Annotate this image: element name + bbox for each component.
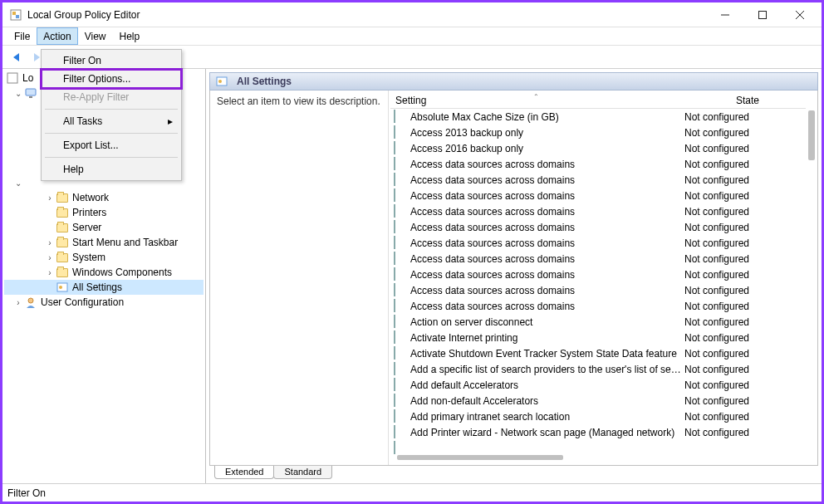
list-item[interactable]: Access data sources across domainsNot co… xyxy=(390,282,806,298)
maximize-button[interactable] xyxy=(743,3,781,27)
tab-extended[interactable]: Extended xyxy=(214,465,274,479)
menu-help[interactable]: Help xyxy=(113,27,147,45)
setting-state: Not configured xyxy=(684,190,806,202)
user-icon xyxy=(24,296,37,309)
svg-rect-7 xyxy=(7,73,17,83)
list-item[interactable]: Access data sources across domainsNot co… xyxy=(390,267,806,282)
column-setting[interactable]: Setting⌃ xyxy=(390,95,681,106)
tree-start-menu[interactable]: ›Start Menu and Taskbar xyxy=(4,235,204,250)
menu-action[interactable]: Action xyxy=(37,27,77,45)
policy-setting-icon xyxy=(394,300,407,313)
list-item[interactable]: Add Printer wizard - Network scan page (… xyxy=(390,424,806,440)
list-item[interactable]: Access data sources across domainsNot co… xyxy=(390,156,806,172)
list-item[interactable]: Access data sources across domainsNot co… xyxy=(390,235,806,251)
policy-setting-icon xyxy=(394,237,407,250)
policy-setting-icon xyxy=(394,284,407,297)
tree-label: All Settings xyxy=(72,281,122,293)
policy-setting-icon xyxy=(394,331,407,345)
setting-name: Access data sources across domains xyxy=(410,206,684,218)
svg-rect-1 xyxy=(12,12,16,15)
list-item[interactable]: Access data sources across domainsNot co… xyxy=(390,188,806,203)
svg-point-14 xyxy=(218,80,222,83)
list-item[interactable]: Action on server disconnectNot configure… xyxy=(390,314,806,330)
settings-icon xyxy=(215,75,228,88)
menuitem-export-list[interactable]: Export List... xyxy=(43,136,179,154)
menu-view[interactable]: View xyxy=(78,27,113,45)
list-item[interactable]: Activate Internet printingNot configured xyxy=(390,330,806,345)
list-item[interactable]: Access data sources across domainsNot co… xyxy=(390,298,806,314)
setting-state: Not configured xyxy=(684,127,806,139)
action-dropdown: Filter On Filter Options... Re-Apply Fil… xyxy=(41,49,182,181)
tree-all-settings[interactable]: All Settings xyxy=(4,280,204,295)
vertical-scrollbar[interactable] xyxy=(807,110,816,448)
list-item[interactable]: Access data sources across domainsNot co… xyxy=(390,172,806,188)
list-item[interactable]: Add a specific list of search providers … xyxy=(390,361,806,377)
setting-state: Not configured xyxy=(684,206,806,218)
minimize-button[interactable] xyxy=(706,3,743,27)
list-item[interactable]: Access 2013 backup onlyNot configured xyxy=(390,125,806,140)
expand-icon[interactable]: › xyxy=(44,267,56,278)
tree-printers[interactable]: Printers xyxy=(4,205,204,220)
tree-label: Printers xyxy=(72,207,106,218)
policy-setting-icon xyxy=(394,268,407,281)
list-item[interactable]: Access 2016 backup onlyNot configured xyxy=(390,140,806,156)
horizontal-scrollbar[interactable] xyxy=(397,455,563,460)
policy-setting-icon xyxy=(394,158,407,171)
policy-setting-icon xyxy=(394,252,407,266)
back-button[interactable] xyxy=(7,48,26,66)
svg-rect-2 xyxy=(16,15,19,18)
column-setting-label: Setting xyxy=(395,95,426,106)
list-item[interactable]: Access data sources across domainsNot co… xyxy=(390,219,806,235)
tab-standard[interactable]: Standard xyxy=(273,465,332,479)
tree-label: System xyxy=(72,252,105,263)
setting-name: Add default Accelerators xyxy=(410,379,684,391)
tree-label: Start Menu and Taskbar xyxy=(72,237,178,248)
tree-network[interactable]: ›Network xyxy=(4,190,204,205)
menu-file[interactable]: File xyxy=(7,27,37,45)
detail-tabs: Extended Standard xyxy=(209,465,818,483)
setting-state: Not configured xyxy=(684,159,806,170)
list-item[interactable]: Activate Shutdown Event Tracker System S… xyxy=(390,345,806,361)
collapse-icon[interactable]: ⌄ xyxy=(12,87,24,99)
list-item[interactable] xyxy=(390,440,806,456)
tree-system[interactable]: ›System xyxy=(4,250,204,265)
detail-pane: All Settings Select an item to view its … xyxy=(206,69,822,483)
policy-setting-icon xyxy=(394,394,407,408)
close-button[interactable] xyxy=(781,3,818,27)
setting-name: Action on server disconnect xyxy=(410,316,684,328)
list-body[interactable]: Absolute Max Cache Size (in GB)Not confi… xyxy=(390,109,806,463)
setting-state: Not configured xyxy=(684,395,806,407)
setting-state: Not configured xyxy=(684,174,806,186)
computer-icon xyxy=(24,86,37,100)
app-icon xyxy=(9,8,22,22)
list-item[interactable]: Absolute Max Cache Size (in GB)Not confi… xyxy=(390,109,806,125)
policy-setting-icon xyxy=(394,442,407,455)
expand-icon[interactable]: › xyxy=(44,252,56,263)
list-item[interactable]: Access data sources across domainsNot co… xyxy=(390,251,806,267)
svg-point-11 xyxy=(59,286,62,289)
policy-setting-icon xyxy=(394,410,407,423)
menuitem-filter-options[interactable]: Filter Options... xyxy=(43,70,179,88)
setting-name: Add primary intranet search location xyxy=(410,411,684,423)
expand-icon[interactable]: › xyxy=(44,192,56,203)
sort-asc-icon: ⌃ xyxy=(533,93,539,100)
folder-icon xyxy=(56,191,69,204)
tree-server[interactable]: Server xyxy=(4,220,204,235)
expand-icon[interactable]: › xyxy=(44,237,56,248)
list-item[interactable]: Access data sources across domainsNot co… xyxy=(390,203,806,219)
tree-user-config[interactable]: ›User Configuration xyxy=(4,295,204,310)
policy-setting-icon xyxy=(394,379,407,392)
list-item[interactable]: Add primary intranet search locationNot … xyxy=(390,409,806,424)
column-state[interactable]: State xyxy=(681,95,814,106)
folder-icon xyxy=(56,266,69,279)
tree-windows-components[interactable]: ›Windows Components xyxy=(4,265,204,280)
scrollbar-thumb[interactable] xyxy=(808,110,815,160)
menu-separator xyxy=(45,109,178,110)
menuitem-help[interactable]: Help xyxy=(43,160,179,179)
list-item[interactable]: Add non-default AcceleratorsNot configur… xyxy=(390,393,806,409)
list-item[interactable]: Add default AcceleratorsNot configured xyxy=(390,377,806,393)
menuitem-all-tasks[interactable]: All Tasks▸ xyxy=(43,112,179,130)
expand-icon[interactable]: › xyxy=(12,296,24,308)
collapse-icon[interactable]: ⌄ xyxy=(12,177,24,188)
menuitem-filter-on[interactable]: Filter On xyxy=(43,51,179,70)
